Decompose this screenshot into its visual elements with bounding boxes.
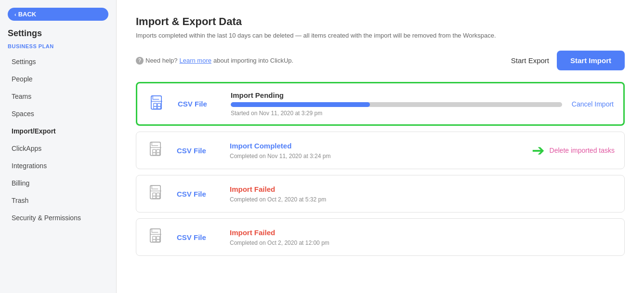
- svg-rect-1: [154, 103, 157, 107]
- start-export-button[interactable]: Start Export: [511, 56, 549, 65]
- sidebar-item-integrations[interactable]: Integrations: [4, 157, 112, 174]
- svg-rect-19: [153, 236, 156, 240]
- import-info: Import Completed Completed on Nov 11, 20…: [230, 142, 522, 160]
- file-label: CSV File: [177, 233, 220, 241]
- import-info: Import Pending Started on Nov 11, 2020 a…: [231, 91, 562, 117]
- import-date: Completed on Nov 11, 2020 at 3:24 pm: [230, 153, 522, 160]
- svg-rect-10: [157, 153, 160, 155]
- import-status: Import Pending: [231, 91, 562, 99]
- import-date: Started on Nov 11, 2020 at 3:29 pm: [231, 110, 562, 117]
- svg-rect-7: [153, 149, 156, 153]
- svg-rect-20: [157, 236, 160, 240]
- help-suffix: about importing into ClickUp.: [213, 57, 293, 64]
- svg-rect-4: [158, 106, 161, 108]
- sidebar-item-spaces[interactable]: Spaces: [4, 105, 112, 122]
- svg-rect-13: [153, 193, 156, 196]
- sidebar-item-security[interactable]: Security & Permissions: [4, 209, 112, 226]
- help-text: Need help?: [145, 57, 178, 64]
- page-title: Import & Export Data: [136, 15, 625, 28]
- sidebar-nav: SettingsPeopleTeamsSpacesImport/ExportCl…: [0, 53, 116, 226]
- svg-rect-22: [157, 240, 160, 242]
- svg-rect-8: [157, 149, 160, 153]
- import-row-2: CSV File Import Completed Completed on N…: [136, 132, 625, 169]
- row-action-button[interactable]: Delete imported tasks: [550, 146, 615, 154]
- file-label: CSV File: [178, 100, 221, 108]
- top-actions: Start Export Start Import: [511, 51, 625, 70]
- main-content: Import & Export Data Imports completed w…: [117, 0, 644, 293]
- import-info: Import Failed Completed on Oct 2, 2020 a…: [230, 185, 605, 203]
- import-date: Completed on Oct 2, 2020 at 5:32 pm: [230, 196, 605, 203]
- import-rows: CSV File Import Pending Started on Nov 1…: [136, 82, 625, 256]
- svg-rect-9: [153, 153, 156, 155]
- svg-rect-16: [157, 196, 160, 199]
- top-bar: ? Need help? Learn more about importing …: [136, 51, 625, 70]
- start-import-button[interactable]: Start Import: [557, 51, 625, 70]
- learn-more-link[interactable]: Learn more: [180, 57, 211, 64]
- chevron-left-icon: ‹: [14, 12, 16, 17]
- svg-rect-2: [158, 103, 161, 107]
- import-row-1: CSV File Import Pending Started on Nov 1…: [136, 82, 625, 126]
- back-label: BACK: [18, 11, 37, 18]
- sidebar-item-people[interactable]: People: [4, 70, 112, 88]
- sidebar: ‹ BACK Settings BUSINESS PLAN SettingsPe…: [0, 0, 117, 293]
- import-row-4: CSV File Import Failed Completed on Oct …: [136, 218, 625, 256]
- csv-file-icon: [147, 93, 168, 115]
- csv-file-icon: [146, 183, 167, 204]
- import-status: Import Failed: [230, 228, 605, 237]
- csv-file-icon: [146, 226, 167, 248]
- help-icon: ?: [136, 57, 144, 65]
- sidebar-item-trash[interactable]: Trash: [4, 192, 112, 209]
- progress-bar-fill: [231, 102, 370, 107]
- row-action: Cancel Import: [572, 100, 614, 108]
- sidebar-item-billing[interactable]: Billing: [4, 174, 112, 192]
- svg-rect-15: [153, 196, 156, 199]
- import-row-3: CSV File Import Failed Completed on Oct …: [136, 175, 625, 213]
- progress-bar-wrap: [231, 102, 562, 107]
- back-button[interactable]: ‹ BACK: [8, 8, 108, 21]
- import-info: Import Failed Completed on Oct 2, 2020 a…: [230, 228, 605, 246]
- plan-label: BUSINESS PLAN: [0, 43, 116, 53]
- svg-rect-21: [153, 240, 156, 242]
- help-text-block: ? Need help? Learn more about importing …: [136, 57, 293, 65]
- sidebar-item-import-export[interactable]: Import/Export: [4, 122, 112, 140]
- sidebar-title: Settings: [0, 28, 116, 43]
- svg-rect-14: [157, 193, 160, 196]
- import-date: Completed on Oct 2, 2020 at 12:00 pm: [230, 240, 605, 246]
- file-label: CSV File: [177, 190, 220, 198]
- sidebar-item-clickapps[interactable]: ClickApps: [4, 140, 112, 157]
- row-action: ➔ Delete imported tasks: [532, 141, 615, 160]
- csv-file-icon: [146, 140, 167, 161]
- arrow-right-icon: ➔: [532, 141, 545, 160]
- sidebar-item-teams[interactable]: Teams: [4, 88, 112, 105]
- import-status: Import Completed: [230, 142, 522, 150]
- page-subtitle: Imports completed within the last 10 day…: [136, 32, 625, 39]
- file-label: CSV File: [177, 146, 220, 155]
- row-action-button[interactable]: Cancel Import: [572, 100, 614, 108]
- sidebar-item-settings[interactable]: Settings: [4, 53, 112, 70]
- import-status: Import Failed: [230, 185, 605, 193]
- svg-rect-3: [154, 106, 157, 108]
